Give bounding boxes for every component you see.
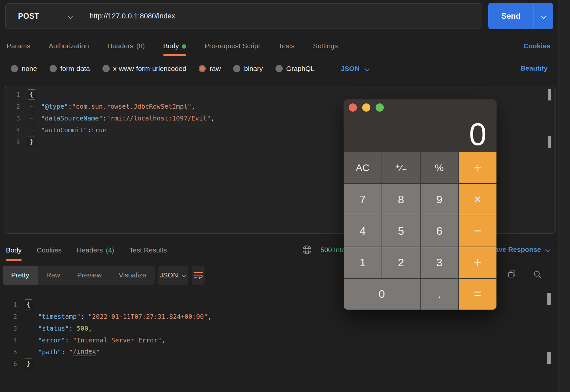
token-plain: , — [162, 337, 165, 344]
calc-button-equals[interactable]: = — [459, 279, 496, 310]
editor-scrollbar-thumb[interactable] — [548, 89, 551, 100]
token-num: 500 — [77, 325, 88, 332]
send-label: Send — [501, 11, 521, 21]
minimize-light-icon[interactable] — [362, 103, 370, 112]
code-content: "status": 500, — [38, 325, 92, 332]
token-plain: , — [208, 313, 212, 320]
url-input[interactable]: http://127.0.0.1:8080/index — [81, 4, 482, 29]
radio-selected-icon — [199, 65, 206, 72]
tab-body[interactable]: Body — [163, 39, 186, 56]
tab-params[interactable]: Params — [7, 39, 30, 56]
token-bracket: } — [28, 137, 35, 147]
calc-button-plus-minus[interactable]: ⁺⁄₋ — [382, 152, 420, 183]
response-tab-body[interactable]: Body — [6, 242, 22, 261]
request-language-select[interactable]: JSON — [341, 65, 369, 73]
calc-button-percent[interactable]: % — [421, 152, 458, 183]
wrap-line-icon — [193, 271, 203, 280]
calc-button-nine[interactable]: 9 — [421, 184, 458, 215]
line-number: 4 — [4, 126, 20, 134]
copy-button[interactable] — [507, 270, 516, 279]
token-key: "timestamp" — [38, 313, 80, 320]
body-type-graphql[interactable]: GraphQL — [275, 65, 315, 73]
view-tab-visualize[interactable]: Visualize — [110, 266, 155, 285]
right-sidebar-strip — [558, 0, 570, 392]
view-tab-preview[interactable]: Preview — [69, 266, 110, 285]
token-plain: : — [69, 325, 77, 332]
close-light-icon[interactable] — [349, 103, 357, 112]
calc-button-ac[interactable]: AC — [344, 152, 382, 183]
line-number: 2 — [4, 103, 20, 110]
response-scrollbar-marker[interactable] — [547, 352, 551, 364]
response-actions — [507, 270, 542, 279]
response-tab-test-results[interactable]: Test Results — [129, 242, 167, 261]
save-response-label: Save Response — [490, 246, 541, 253]
token-key: "status" — [38, 325, 69, 332]
search-button[interactable] — [533, 270, 542, 279]
token-plain: , — [88, 325, 92, 332]
response-view-switcher: PrettyRawPreviewVisualize — [3, 266, 155, 285]
code-line: 4"error": "Internal Server Error", — [1, 334, 556, 346]
calc-button-divide[interactable]: ÷ — [459, 152, 496, 183]
copy-icon — [507, 270, 516, 279]
calc-button-minus[interactable]: − — [459, 215, 496, 246]
response-tab-headers[interactable]: Headers(4) — [77, 242, 114, 261]
view-tab-pretty[interactable]: Pretty — [3, 266, 38, 285]
token-plain: , — [211, 115, 215, 122]
tab-headers[interactable]: Headers(8) — [107, 39, 145, 56]
send-button[interactable]: Send — [488, 3, 534, 29]
code-line: 1{ — [4, 89, 555, 100]
calc-button-eight[interactable]: 8 — [382, 184, 420, 215]
response-language-select[interactable]: JSON — [158, 266, 188, 285]
response-scrollbar-thumb[interactable] — [547, 293, 551, 305]
calc-button-zero[interactable]: 0 — [344, 279, 420, 310]
zoom-light-icon[interactable] — [376, 103, 384, 112]
calc-button-decimal[interactable]: . — [421, 279, 458, 310]
calc-button-five[interactable]: 5 — [382, 215, 420, 246]
calc-button-three[interactable]: 3 — [421, 247, 458, 278]
editor-scrollbar-marker[interactable] — [548, 136, 551, 148]
code-line: 6} — [1, 358, 556, 370]
radio-icon — [102, 65, 110, 72]
body-type-form-data[interactable]: form-data — [50, 65, 90, 73]
method-select[interactable]: POST — [6, 4, 81, 29]
tab-label: Tests — [278, 42, 295, 50]
response-language-label: JSON — [160, 271, 178, 279]
body-type-binary[interactable]: binary — [233, 65, 263, 73]
send-options-button[interactable] — [534, 3, 553, 29]
calculator-window[interactable]: 0 AC⁺⁄₋%÷789×456−123+0.= — [344, 99, 496, 310]
body-type-x-www-form-urlencoded[interactable]: x-www-form-urlencoded — [102, 65, 186, 73]
wrap-line-button[interactable] — [192, 266, 205, 285]
tab-label: Body — [6, 246, 22, 254]
code-content: { — [25, 299, 32, 310]
calculator-display: 0 — [344, 99, 496, 152]
cookies-link[interactable]: Cookies — [523, 42, 550, 50]
radio-icon — [11, 65, 18, 72]
radio-icon — [50, 65, 57, 72]
token-str: "2022-01-11T07:27:31.824+00:00" — [88, 313, 208, 320]
tab-label: Pre-request Script — [205, 42, 260, 50]
token-plain: : — [80, 313, 88, 320]
response-language-chevron-icon — [182, 273, 186, 277]
calc-button-one[interactable]: 1 — [344, 247, 382, 278]
calc-button-plus[interactable]: + — [459, 247, 496, 278]
tab-pre-request-script[interactable]: Pre-request Script — [205, 39, 260, 56]
body-filled-dot-icon — [182, 44, 186, 49]
token-key: "@type" — [41, 103, 68, 110]
calc-button-six[interactable]: 6 — [421, 215, 458, 246]
response-tab-cookies[interactable]: Cookies — [37, 242, 62, 261]
beautify-link[interactable]: Beautify — [520, 64, 548, 72]
save-response-button[interactable]: Save Response — [490, 246, 550, 253]
body-type-none[interactable]: none — [11, 65, 37, 73]
tab-tests[interactable]: Tests — [278, 39, 295, 56]
calc-button-multiply[interactable]: × — [459, 184, 496, 215]
token-str-link: /index — [73, 348, 96, 356]
calc-button-four[interactable]: 4 — [344, 215, 382, 246]
tab-authorization[interactable]: Authorization — [49, 39, 89, 56]
view-tab-raw[interactable]: Raw — [38, 266, 69, 285]
calc-button-seven[interactable]: 7 — [344, 184, 382, 215]
body-type-raw[interactable]: raw — [199, 65, 221, 73]
tab-settings[interactable]: Settings — [313, 39, 338, 56]
tab-label: Headers — [107, 42, 133, 50]
calc-button-two[interactable]: 2 — [382, 247, 420, 278]
line-number: 5 — [1, 348, 17, 356]
